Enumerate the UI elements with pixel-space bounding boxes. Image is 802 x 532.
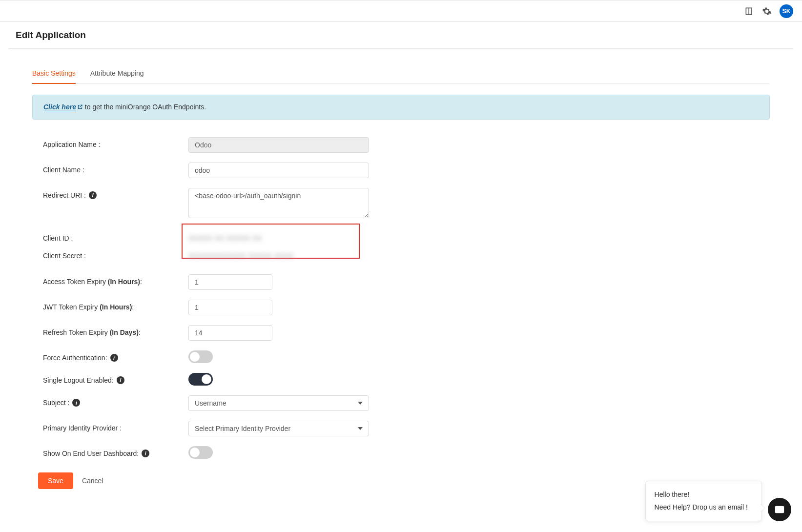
single-logout-toggle[interactable]	[188, 373, 213, 386]
refresh-token-expiry-input[interactable]	[188, 325, 272, 341]
label-client-id: Client ID :	[43, 234, 188, 242]
row-access-token-expiry: Access Token Expiry (In Hours):	[43, 274, 759, 290]
client-id-value: XXXXX XX XXXXX XX	[188, 234, 262, 242]
label-show-dashboard: Show On End User Dashboard: i	[43, 446, 188, 457]
row-refresh-token-expiry: Refresh Token Expiry (In Days):	[43, 325, 759, 341]
row-subject: Subject : i Username	[43, 395, 759, 411]
endpoints-banner: Click here to get the miniOrange OAuth E…	[32, 95, 770, 120]
page-header: Edit Application	[0, 22, 802, 48]
row-client-secret: Client Secret : XXXXXXXXXXXX XXXXX XXXX	[43, 247, 759, 265]
save-button[interactable]: Save	[38, 472, 73, 489]
primary-idp-select[interactable]: Select Primary Identity Provider	[188, 421, 369, 436]
label-application-name: Application Name :	[43, 137, 188, 148]
subject-select[interactable]: Username	[188, 395, 369, 411]
info-icon[interactable]: i	[110, 354, 118, 362]
label-primary-idp: Primary Identity Provider :	[43, 421, 188, 432]
credentials-block: Client ID : XXXXX XX XXXXX XX Client Sec…	[43, 229, 759, 265]
divider	[9, 48, 793, 49]
external-link-icon	[77, 103, 83, 111]
jwt-token-expiry-input[interactable]	[188, 300, 272, 315]
show-dashboard-toggle[interactable]	[188, 446, 213, 459]
tabs: Basic Settings Attribute Mapping	[32, 63, 770, 84]
gear-icon[interactable]	[762, 6, 772, 16]
info-icon[interactable]: i	[142, 450, 149, 457]
tab-basic-settings[interactable]: Basic Settings	[32, 63, 76, 84]
application-name-input	[188, 137, 369, 153]
label-subject: Subject : i	[43, 395, 188, 407]
label-jwt-token-expiry: JWT Token Expiry (In Hours):	[43, 300, 188, 311]
row-single-logout: Single Logout Enabled: i	[43, 373, 759, 386]
form: Application Name : Client Name : Redirec…	[43, 137, 759, 459]
access-token-expiry-input[interactable]	[188, 274, 272, 290]
tab-attribute-mapping[interactable]: Attribute Mapping	[90, 63, 144, 84]
chat-fab[interactable]	[768, 498, 791, 501]
label-client-secret: Client Secret :	[43, 252, 188, 260]
chat-popup: Hello there! Need Help? Drop us an email…	[645, 481, 762, 501]
avatar[interactable]: SK	[780, 4, 793, 18]
row-application-name: Application Name :	[43, 137, 759, 153]
label-refresh-token-expiry: Refresh Token Expiry (In Days):	[43, 325, 188, 336]
client-secret-value: XXXXXXXXXXXX XXXXX XXXX	[188, 252, 293, 260]
click-here-link[interactable]: Click here	[43, 103, 83, 111]
row-show-dashboard: Show On End User Dashboard: i	[43, 446, 759, 459]
banner-text: to get the miniOrange OAuth Endpoints.	[83, 103, 206, 111]
label-client-name: Client Name :	[43, 163, 188, 174]
chat-line-1: Hello there!	[655, 488, 748, 501]
force-authentication-toggle[interactable]	[188, 350, 213, 363]
client-name-input[interactable]	[188, 163, 369, 178]
redirect-uri-textarea[interactable]	[188, 188, 369, 218]
info-icon[interactable]: i	[89, 191, 97, 199]
cancel-button[interactable]: Cancel	[82, 477, 103, 485]
row-redirect-uri: Redirect URI : i	[43, 188, 759, 220]
row-client-id: Client ID : XXXXX XX XXXXX XX	[43, 229, 759, 247]
label-redirect-uri: Redirect URI : i	[43, 188, 188, 199]
info-icon[interactable]: i	[72, 399, 80, 407]
row-jwt-token-expiry: JWT Token Expiry (In Hours):	[43, 300, 759, 315]
row-force-authentication: Force Authentication: i	[43, 350, 759, 363]
row-client-name: Client Name :	[43, 163, 759, 178]
row-primary-idp: Primary Identity Provider : Select Prima…	[43, 421, 759, 436]
book-icon[interactable]	[744, 6, 754, 16]
topbar: SK	[0, 0, 802, 22]
label-force-authentication: Force Authentication: i	[43, 350, 188, 362]
info-icon[interactable]: i	[117, 376, 124, 384]
label-access-token-expiry: Access Token Expiry (In Hours):	[43, 274, 188, 286]
label-single-logout: Single Logout Enabled: i	[43, 373, 188, 384]
page-title: Edit Application	[16, 30, 786, 41]
